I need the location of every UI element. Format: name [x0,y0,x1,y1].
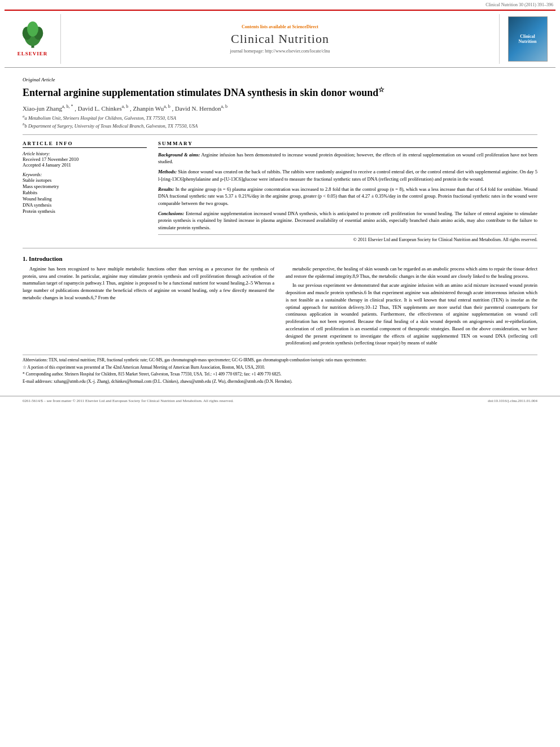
elsevier-logo: ELSEVIER [18,21,48,56]
received-date: Received 17 November 2010 [23,156,147,162]
journal-cover-image: Clinical Nutrition [508,16,548,62]
email-note: E-mail addresses: xzhang@utmb.edu (X.-j.… [23,379,537,385]
journal-homepage: journal homepage: http://www.elsevier.co… [230,49,330,54]
intro-body-cols: Arginine has been recognized to have mul… [23,265,537,349]
summary-col: SUMMARY Background & aims: Arginine infu… [158,141,537,242]
history-label: Article history: [23,151,147,156]
keywords-label: Keywords: [23,172,147,177]
keyword-5: DNA synthesis [23,202,147,208]
meta-section: ARTICLE INFO Article history: Received 1… [23,141,537,242]
doi-text: doi:10.1016/j.clnu.2011.01.004 [488,399,537,403]
keyword-6: Protein synthesis [23,208,147,214]
sciencedirect-link: Contents lists available at ScienceDirec… [242,24,318,29]
svg-point-4 [27,21,38,37]
intro-col-1: Arginine has been recognized to have mul… [23,265,274,349]
keywords-section: Keywords: Stable isotopes Mass spectrome… [23,172,147,214]
divider-1 [23,134,537,135]
keyword-1: Stable isotopes [23,177,147,183]
star-footnote: ☆ A portion of this experiment was prese… [23,365,537,371]
background-para: Background & aims: Arginine infusion has… [158,151,537,165]
corresponding-author-note: * Corresponding author. Shriners Hospita… [23,372,537,378]
journal-header: ELSEVIER Contents lists available at Sci… [5,10,555,68]
article-title: Enternal arginine supplementation stimul… [23,86,537,99]
article-info-heading: ARTICLE INFO [23,141,147,148]
abbreviations-note: Abbreviations: TEN, total enteral nutrit… [23,357,537,364]
keyword-3: Rabbits [23,190,147,195]
copyright-line: © 2011 Elsevier Ltd and European Society… [158,234,537,242]
authors-line: Xiao-jun Zhanga, b, * , David L. Chinkes… [23,104,537,112]
elsevier-logo-area: ELSEVIER [5,14,61,64]
results-para: Results: In the arginine group (n = 6) p… [158,186,537,207]
journal-title: Clinical Nutrition [231,32,329,46]
divider-2 [23,248,537,248]
affiliation-a: aa Metabolism Unit, Shriners Hospital fo… [23,114,537,121]
intro-section: 1. Introduction Arginine has been recogn… [23,255,537,349]
bottom-bar: 0261-5614/$ – see front matter © 2011 El… [0,396,560,405]
affiliation-b: bb Department of Surgery, University of … [23,122,537,129]
intro-para-2: metabolic perspective, the healing of sk… [286,265,537,280]
methods-para: Methods: Skin donor wound was created on… [158,168,537,182]
elsevier-tree-icon [19,21,47,50]
citation-text: Clinical Nutrition 30 (2011) 391–396 [485,2,553,7]
sciencedirect-name: ScienceDirect [292,24,318,29]
intro-para-1: Arginine has been recognized to have mul… [23,265,274,302]
footnotes-area: Abbreviations: TEN, total enteral nutrit… [23,355,537,385]
journal-cover-area: Clinical Nutrition [499,14,555,64]
history-section: Article history: Received 17 November 20… [23,151,147,168]
accepted-date: Accepted 4 January 2011 [23,162,147,168]
main-content: Original Article Enternal arginine suppl… [0,68,560,390]
intro-title: 1. Introduction [23,255,537,262]
summary-heading: SUMMARY [158,141,537,148]
article-info-col: ARTICLE INFO Article history: Received 1… [23,141,147,242]
intro-para-3: In our previous experiment we demonstrat… [286,282,537,347]
journal-info-center: Contents lists available at ScienceDirec… [61,14,499,64]
elsevier-name: ELSEVIER [18,51,48,56]
keyword-2: Mass spectrometry [23,184,147,189]
issn-text: 0261-5614/$ – see front matter © 2011 El… [23,399,234,403]
keyword-4: Wound healing [23,196,147,202]
conclusions-para: Conclusions: Enternal arginine supplemen… [158,210,537,231]
article-type: Original Article [23,77,537,82]
intro-col-2: metabolic perspective, the healing of sk… [286,265,537,349]
